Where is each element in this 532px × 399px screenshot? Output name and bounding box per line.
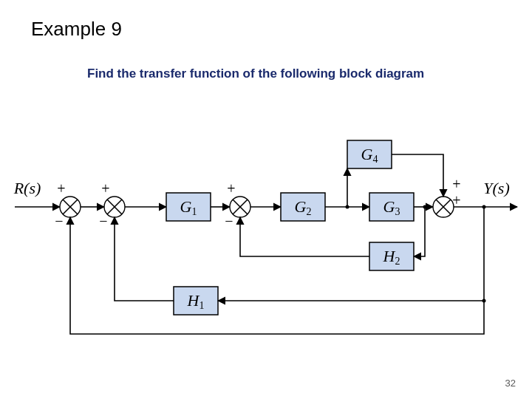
s2-sign-plus: +: [101, 180, 109, 197]
block-g4: G4: [347, 140, 392, 168]
block-diagram: R(s) + − + − G1 + − G2: [0, 0, 532, 399]
node-outer-split: [482, 299, 486, 303]
s1-sign-minus: −: [55, 213, 63, 229]
s3-sign-plus: +: [227, 180, 235, 197]
block-g1: G1: [166, 193, 211, 221]
s4-sign-plus-top: +: [452, 176, 460, 192]
s3-sign-minus: −: [225, 213, 233, 229]
block-h1: H1: [174, 287, 218, 315]
block-g3: G3: [369, 193, 414, 221]
block-g2: G2: [281, 193, 325, 221]
s4-sign-plus-bot: +: [452, 192, 460, 208]
s1-sign-plus: +: [57, 180, 65, 197]
block-h2: H2: [369, 242, 414, 270]
input-label: R(s): [13, 179, 41, 197]
summer-4: [433, 197, 454, 217]
s2-sign-minus: −: [99, 213, 107, 229]
output-label: Y(s): [483, 179, 509, 197]
